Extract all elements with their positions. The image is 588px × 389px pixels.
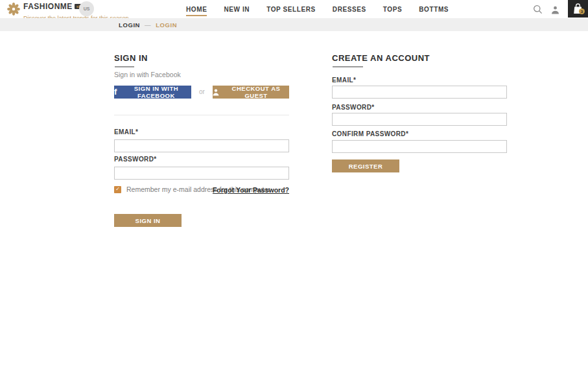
breadcrumb-root[interactable]: LOGIN bbox=[119, 21, 140, 29]
sign-in-submit-button[interactable]: SIGN IN bbox=[114, 214, 182, 227]
user-account-icon[interactable] bbox=[551, 5, 559, 17]
sign-in-password-input[interactable] bbox=[114, 167, 289, 180]
nav-item-dresses[interactable]: DRESSES bbox=[324, 0, 375, 18]
checkout-as-guest-button[interactable]: CHECKOUT AS GUEST bbox=[213, 86, 289, 99]
title-underline bbox=[333, 66, 363, 67]
locale-button[interactable]: US bbox=[79, 1, 94, 16]
brand-name: FASHIONME bbox=[23, 2, 73, 11]
guest-user-icon bbox=[213, 89, 219, 96]
sign-in-email-label: EMAIL* bbox=[114, 128, 138, 136]
nav-item-bottms[interactable]: BOTTMS bbox=[410, 0, 457, 18]
login-page: FASHIONME shop Discover the latest trend… bbox=[0, 0, 588, 389]
nav-item-top-sellers[interactable]: TOP SELLERS bbox=[258, 0, 324, 18]
register-email-input[interactable] bbox=[332, 86, 507, 99]
search-icon[interactable] bbox=[533, 5, 543, 17]
facebook-icon: f bbox=[114, 88, 117, 96]
register-password-input[interactable] bbox=[332, 113, 507, 126]
register-email-label: EMAIL* bbox=[332, 77, 356, 84]
create-account-panel: CREATE AN ACCOUNT EMAIL* PASSWORD* CONFI… bbox=[332, 53, 507, 183]
sign-in-title: SIGN IN bbox=[114, 53, 148, 63]
remember-checkbox[interactable] bbox=[114, 186, 121, 193]
register-confirm-password-label: CONFIRM PASSWORD* bbox=[332, 130, 408, 137]
main-nav: HOME NEW IN TOP SELLERS DRESSES TOPS BOT… bbox=[178, 0, 457, 18]
guest-button-label: CHECKOUT AS GUEST bbox=[223, 85, 289, 99]
nav-item-new-in[interactable]: NEW IN bbox=[215, 0, 258, 18]
create-account-title: CREATE AN ACCOUNT bbox=[332, 53, 430, 63]
shopping-bag-icon: 3 bbox=[573, 3, 583, 14]
register-confirm-password-input[interactable] bbox=[332, 140, 507, 153]
breadcrumb-separator: — bbox=[145, 21, 151, 29]
nav-item-tops[interactable]: TOPS bbox=[375, 0, 410, 18]
sign-in-password-label: PASSWORD* bbox=[114, 156, 157, 163]
facebook-hint-text: Sign in with Facebook bbox=[114, 71, 181, 78]
cart-count-badge: 3 bbox=[579, 8, 585, 14]
breadcrumb-current: LOGIN bbox=[156, 21, 177, 29]
breadcrumb: LOGIN — LOGIN bbox=[0, 18, 588, 31]
brand-flower-icon bbox=[6, 2, 21, 19]
title-underline bbox=[115, 66, 134, 67]
facebook-button-label: SIGN IN WITH FACEBOOK bbox=[121, 85, 191, 99]
register-submit-button[interactable]: REGISTER bbox=[332, 159, 399, 172]
facebook-sign-in-button[interactable]: f SIGN IN WITH FACEBOOK bbox=[114, 86, 191, 99]
register-password-label: PASSWORD* bbox=[332, 104, 375, 111]
sign-in-email-input[interactable] bbox=[114, 139, 289, 152]
forgot-password-link[interactable]: Forgot Your Password? bbox=[213, 186, 289, 194]
section-divider bbox=[114, 115, 289, 115]
or-label: or bbox=[191, 88, 213, 95]
site-header: FASHIONME shop Discover the latest trend… bbox=[0, 0, 588, 18]
cart-button[interactable]: 3 bbox=[568, 0, 588, 18]
nav-item-home[interactable]: HOME bbox=[178, 0, 215, 18]
sign-in-panel: SIGN IN Sign in with Facebook f SIGN IN … bbox=[114, 53, 289, 235]
